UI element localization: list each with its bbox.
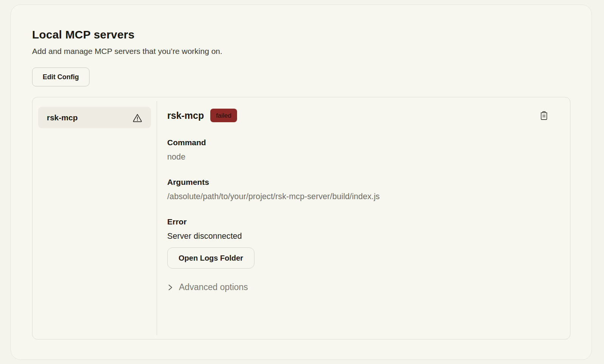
server-detail: rsk-mcp failed Command node	[157, 97, 570, 339]
chevron-right-icon	[167, 284, 173, 291]
mcp-servers-panel: rsk-mcp rsk-mcp failed	[32, 97, 570, 339]
field-error-value: Server disconnected	[167, 232, 550, 241]
server-name-label: rsk-mcp	[47, 113, 78, 122]
field-command-label: Command	[167, 138, 550, 147]
page-subtitle: Add and manage MCP servers that you’re w…	[32, 47, 592, 56]
field-error-label: Error	[167, 217, 550, 226]
server-list-item-rsk-mcp[interactable]: rsk-mcp	[38, 107, 151, 128]
advanced-options-toggle[interactable]: Advanced options	[167, 282, 550, 292]
warning-icon	[133, 113, 142, 122]
delete-server-button[interactable]	[538, 109, 550, 122]
edit-config-button[interactable]: Edit Config	[32, 68, 89, 86]
field-error: Error Server disconnected	[167, 217, 550, 241]
server-detail-header: rsk-mcp failed	[167, 109, 550, 122]
server-list: rsk-mcp	[32, 97, 157, 339]
advanced-options-label: Advanced options	[179, 282, 248, 292]
field-command: Command node	[167, 138, 550, 162]
open-logs-folder-button[interactable]: Open Logs Folder	[167, 247, 254, 269]
server-detail-title: rsk-mcp	[167, 110, 204, 121]
status-badge: failed	[210, 109, 237, 122]
page-title: Local MCP servers	[32, 28, 592, 41]
trash-icon	[540, 111, 548, 120]
local-mcp-servers-page: Local MCP servers Add and manage MCP ser…	[11, 5, 592, 360]
field-command-value: node	[167, 152, 550, 162]
field-arguments: Arguments /absolute/path/to/your/project…	[167, 178, 550, 201]
field-arguments-value: /absolute/path/to/your/project/rsk-mcp-s…	[167, 192, 550, 201]
field-arguments-label: Arguments	[167, 178, 550, 187]
